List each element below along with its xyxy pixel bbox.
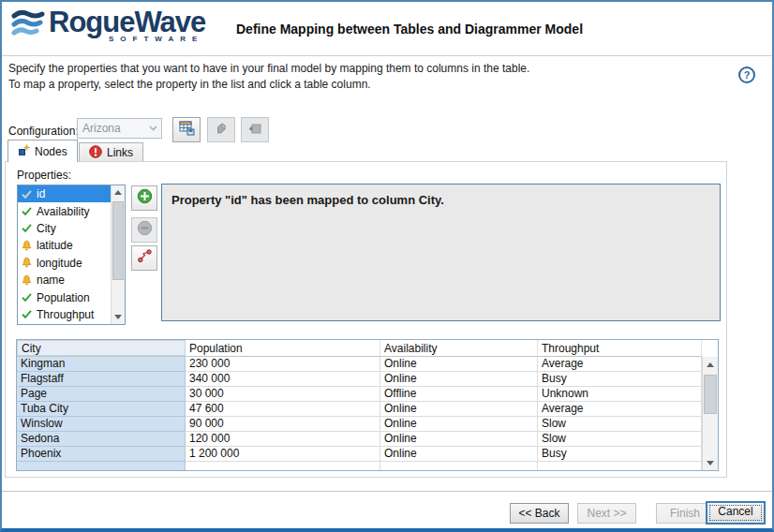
scroll-down-icon[interactable] bbox=[112, 310, 125, 324]
table-cell[interactable]: 47 600 bbox=[186, 402, 380, 417]
table-cell[interactable]: Online bbox=[380, 402, 538, 417]
error-exclamation-icon bbox=[89, 145, 102, 161]
check-icon bbox=[21, 205, 33, 217]
table-row[interactable]: Phoenix1 200 000OnlineBusy bbox=[17, 447, 702, 462]
table-cell[interactable]: Busy bbox=[538, 372, 702, 387]
table-cell[interactable]: 340 000 bbox=[186, 372, 380, 387]
bell-icon bbox=[21, 240, 33, 252]
table-cell[interactable]: Online bbox=[380, 447, 538, 462]
property-label: Population bbox=[37, 291, 90, 304]
table-cell[interactable]: Sedona bbox=[17, 432, 186, 447]
status-message: Property "id" has been mapped to column … bbox=[171, 193, 444, 207]
check-icon bbox=[21, 222, 33, 234]
save-mapping-table-button[interactable] bbox=[172, 117, 201, 142]
brand-name: RogueWave bbox=[49, 8, 205, 37]
column-header-availability[interactable]: Availability bbox=[380, 340, 538, 356]
table-save-icon bbox=[179, 120, 195, 140]
remove-property-button[interactable] bbox=[131, 217, 157, 243]
tab-nodes[interactable]: Nodes bbox=[7, 140, 78, 162]
property-item-id[interactable]: id bbox=[18, 185, 111, 202]
property-label: id bbox=[37, 187, 45, 200]
property-label: longitude bbox=[37, 257, 82, 270]
bell-icon bbox=[21, 257, 33, 269]
logo-waves-icon bbox=[11, 8, 45, 42]
property-item-latitude[interactable]: latitude bbox=[18, 237, 111, 254]
table-row[interactable] bbox=[17, 462, 702, 471]
table-cell[interactable]: Busy bbox=[538, 447, 702, 462]
delete-configuration-button[interactable] bbox=[207, 117, 235, 142]
table-header-row: CityPopulationAvailabilityThroughput bbox=[17, 340, 702, 357]
chevron-down-icon bbox=[144, 119, 161, 138]
back-button[interactable]: << Back bbox=[510, 503, 569, 524]
table-cell[interactable]: Kingman bbox=[17, 357, 186, 372]
help-icon[interactable]: ? bbox=[738, 66, 755, 83]
property-item-name[interactable]: name bbox=[18, 272, 111, 288]
scroll-up-icon[interactable] bbox=[703, 357, 718, 372]
property-item-City[interactable]: City bbox=[18, 220, 111, 237]
table-cell[interactable]: Page bbox=[17, 387, 186, 402]
tab-label: Links bbox=[107, 146, 133, 159]
table-cell[interactable]: Online bbox=[380, 357, 538, 372]
property-item-longitude[interactable]: longitude bbox=[18, 255, 111, 272]
table-cell[interactable]: Average bbox=[538, 402, 702, 417]
check-icon bbox=[21, 188, 33, 200]
instruction-line-2: To map a property, select the property i… bbox=[8, 77, 529, 93]
column-header-city[interactable]: City bbox=[17, 340, 186, 356]
status-message-panel: Property "id" has been mapped to column … bbox=[161, 184, 721, 321]
properties-scrollbar[interactable] bbox=[111, 185, 125, 324]
bell-icon bbox=[21, 274, 33, 287]
table-cell[interactable]: Online bbox=[380, 372, 538, 387]
table-cell[interactable]: Winslow bbox=[17, 417, 186, 432]
add-property-button[interactable] bbox=[131, 185, 157, 211]
configuration-select[interactable]: Arizona bbox=[77, 118, 162, 139]
tab-links[interactable]: Links bbox=[79, 142, 143, 162]
property-label: latitude bbox=[37, 239, 73, 252]
table-cell[interactable]: Online bbox=[380, 432, 538, 447]
table-cell[interactable]: 120 000 bbox=[186, 432, 380, 447]
unmap-property-button[interactable] bbox=[131, 245, 157, 271]
table-cell[interactable]: Phoenix bbox=[17, 447, 186, 462]
property-item-Throughput[interactable]: Throughput bbox=[18, 306, 111, 323]
table-row[interactable]: Flagstaff340 000OnlineBusy bbox=[17, 372, 702, 387]
property-label: City bbox=[37, 222, 56, 235]
scroll-up-icon[interactable] bbox=[112, 185, 125, 200]
table-row[interactable]: Page30 000OfflineUnknown bbox=[17, 387, 702, 402]
table-cell[interactable]: 1 200 000 bbox=[186, 447, 380, 462]
table-cell[interactable]: Slow bbox=[538, 432, 702, 447]
table-cell[interactable] bbox=[380, 462, 538, 471]
table-cell[interactable]: Online bbox=[380, 417, 538, 432]
table-row[interactable]: Tuba City47 600OnlineAverage bbox=[17, 402, 702, 417]
table-cell[interactable]: 30 000 bbox=[186, 387, 380, 402]
cancel-button[interactable]: Cancel bbox=[706, 501, 766, 525]
page-title: Define Mapping between Tables and Diagra… bbox=[236, 22, 583, 37]
plus-circle-icon bbox=[137, 188, 153, 208]
scrollbar-thumb[interactable] bbox=[704, 375, 717, 414]
table-cell[interactable]: Tuba City bbox=[17, 402, 186, 417]
table-cell[interactable]: Slow bbox=[538, 417, 702, 432]
column-header-throughput[interactable]: Throughput bbox=[538, 340, 702, 356]
table-cell[interactable] bbox=[17, 462, 186, 471]
table-cell[interactable]: Unknown bbox=[538, 387, 702, 402]
next-button[interactable]: Next >> bbox=[577, 503, 636, 524]
column-header-population[interactable]: Population bbox=[186, 340, 380, 356]
configuration-value: Arizona bbox=[82, 122, 144, 135]
table-cell[interactable]: Flagstaff bbox=[17, 372, 186, 387]
minus-circle-icon bbox=[137, 220, 153, 240]
scroll-down-icon[interactable] bbox=[703, 455, 718, 470]
property-item-Availability[interactable]: Availability bbox=[18, 202, 111, 219]
property-label: name bbox=[37, 273, 65, 287]
table-cell[interactable]: 90 000 bbox=[186, 417, 380, 432]
add-configuration-button[interactable] bbox=[241, 117, 269, 142]
table-cell[interactable] bbox=[538, 462, 702, 471]
table-cell[interactable]: Average bbox=[538, 357, 702, 372]
scrollbar-thumb[interactable] bbox=[112, 201, 124, 280]
properties-label: Properties: bbox=[17, 169, 71, 182]
table-cell[interactable] bbox=[186, 462, 380, 471]
table-row[interactable]: Sedona120 000OnlineSlow bbox=[17, 432, 702, 447]
table-row[interactable]: Kingman230 000OnlineAverage bbox=[17, 357, 702, 372]
property-item-Population[interactable]: Population bbox=[18, 288, 111, 305]
table-cell[interactable]: Offline bbox=[380, 387, 538, 402]
table-scrollbar[interactable] bbox=[702, 357, 718, 470]
table-row[interactable]: Winslow90 000OnlineSlow bbox=[17, 417, 702, 432]
table-cell[interactable]: 230 000 bbox=[186, 357, 380, 372]
